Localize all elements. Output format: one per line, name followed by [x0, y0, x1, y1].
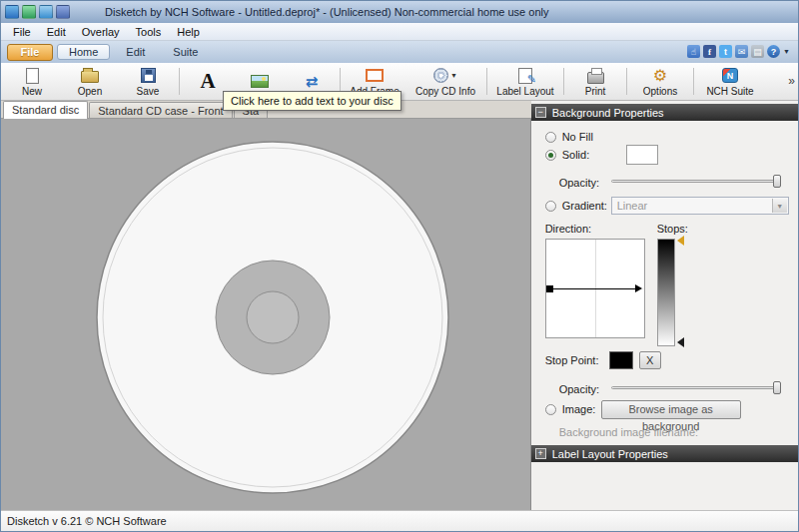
titlebar-icon-4[interactable] [56, 5, 70, 19]
opacity2-label-row: Opacity: [559, 383, 599, 395]
background-properties-header[interactable]: − Background Properties [531, 104, 798, 121]
filename-row: Background image filename: [559, 426, 698, 438]
solid-radio[interactable] [545, 150, 556, 161]
titlebar-icon-2[interactable] [22, 5, 36, 19]
nch-suite-button[interactable]: N NCH Suite [696, 64, 764, 99]
no-fill-label: No Fill [562, 131, 593, 143]
cd-disc-icon [433, 68, 448, 83]
label-layout-properties-title: Label Layout Properties [552, 448, 668, 460]
slider-thumb[interactable] [773, 175, 781, 188]
help-dropdown-icon[interactable]: ▼ [783, 48, 790, 55]
label-layout-button[interactable]: ✎ Label Layout [489, 64, 561, 99]
image-radio[interactable] [545, 404, 556, 415]
stop-opacity-label: Opacity: [559, 383, 599, 395]
toolbar-separator [693, 68, 694, 95]
browse-image-button[interactable]: Browse image as background [601, 400, 741, 419]
slider-track[interactable] [611, 180, 781, 183]
tooltip: Click here to add text to your disc [223, 91, 401, 111]
label-layout-properties-header[interactable]: + Label Layout Properties [531, 445, 798, 462]
image-row: Image: [545, 403, 596, 415]
open-folder-icon [81, 71, 99, 83]
menu-overlay[interactable]: Overlay [74, 24, 128, 40]
design-canvas[interactable] [1, 119, 531, 510]
menu-tools[interactable]: Tools [128, 24, 170, 40]
slider-track[interactable] [611, 386, 781, 389]
stops-label-row: Stops: [657, 223, 688, 235]
solid-label: Solid: [562, 149, 590, 161]
file-menu-button[interactable]: File [7, 44, 53, 61]
solid-row: Solid: [545, 149, 590, 161]
gradient-stops-bar[interactable] [657, 239, 675, 346]
disc-preview[interactable] [1, 119, 531, 510]
gradient-radio[interactable] [545, 201, 556, 212]
slider-thumb[interactable] [773, 381, 781, 394]
properties-panel: − Background Properties No Fill Solid: O… [531, 101, 798, 510]
titlebar: Disketch by NCH Software - Untitled.depr… [1, 1, 798, 23]
save-floppy-icon [141, 68, 156, 83]
no-fill-radio[interactable] [545, 132, 556, 143]
gradient-stop-marker-bottom[interactable] [677, 337, 684, 347]
direction-label-row: Direction: [545, 223, 591, 235]
solid-opacity-slider[interactable] [611, 175, 781, 188]
gradient-row: Gradient: [545, 200, 607, 212]
app-window: Disketch by NCH Software - Untitled.depr… [0, 0, 799, 532]
no-fill-row: No Fill [545, 131, 593, 143]
label-layout-icon: ✎ [518, 68, 532, 84]
collapse-icon[interactable]: − [535, 107, 546, 118]
options-button[interactable]: ⚙ Options [629, 64, 691, 99]
new-document-icon [26, 68, 39, 84]
twitter-icon[interactable]: t [719, 45, 732, 58]
social-links: ☝ f t ✉ ▤ ? ▼ [687, 45, 790, 58]
menu-file[interactable]: File [5, 24, 39, 40]
menubar: File Edit Overlay Tools Help [1, 23, 798, 41]
swap-arrows-icon: ⇄ [306, 74, 319, 89]
expand-icon[interactable]: + [535, 448, 546, 459]
gradient-stop-marker-top[interactable] [677, 236, 684, 246]
email-icon[interactable]: ✉ [735, 45, 748, 58]
statusbar-text: Disketch v 6.21 © NCH Software [7, 515, 167, 527]
doc-tab-cd-case-front[interactable]: Standard CD case - Front [89, 102, 232, 118]
solid-color-swatch[interactable] [626, 145, 658, 165]
gradient-label: Gradient: [562, 200, 607, 212]
delete-stop-button[interactable]: X [639, 351, 661, 369]
printer-icon [587, 72, 604, 84]
new-button[interactable]: New [3, 64, 61, 99]
stop-opacity-slider[interactable] [611, 381, 781, 394]
gradient-type-select[interactable]: Linear ▼ [611, 197, 789, 215]
titlebar-icon-3[interactable] [39, 5, 53, 19]
tab-home[interactable]: Home [57, 44, 110, 60]
copy-cd-info-button[interactable]: ▼ Copy CD Info [406, 64, 484, 99]
help-icon[interactable]: ? [767, 45, 780, 58]
menu-edit[interactable]: Edit [39, 24, 74, 40]
print-share-icon[interactable]: ▤ [751, 45, 764, 58]
background-filename-label: Background image filename: [559, 426, 698, 438]
opacity-label-row: Opacity: [559, 177, 599, 189]
gradient-direction-widget[interactable] [545, 239, 645, 338]
menu-help[interactable]: Help [169, 24, 208, 40]
doc-tab-standard-disc[interactable]: Standard disc [3, 101, 88, 119]
frame-icon [366, 69, 384, 82]
add-text-icon: A [200, 72, 215, 91]
save-button[interactable]: Save [119, 64, 177, 99]
copy-cd-dropdown-icon[interactable]: ▼ [450, 72, 457, 79]
tab-edit[interactable]: Edit [114, 44, 157, 60]
like-icon[interactable]: ☝ [687, 45, 700, 58]
stop-color-swatch[interactable] [609, 351, 633, 369]
content-area: Standard disc Standard CD case - Front S… [1, 101, 798, 510]
direction-handle[interactable] [546, 285, 553, 292]
facebook-icon[interactable]: f [703, 45, 716, 58]
toolbar-separator [626, 68, 627, 95]
tab-suite[interactable]: Suite [161, 44, 210, 60]
options-tools-icon: ⚙ [653, 67, 667, 84]
ribbon-tab-row: File Home Edit Suite ☝ f t ✉ ▤ ? ▼ [1, 41, 798, 63]
toolbar-overflow-button[interactable]: » [788, 74, 795, 88]
open-button[interactable]: Open [61, 64, 119, 99]
pencil-icon: ✎ [527, 73, 536, 86]
editor-column: Standard disc Standard CD case - Front S… [1, 101, 531, 510]
print-button[interactable]: Print [566, 64, 624, 99]
select-dropdown-icon[interactable]: ▼ [772, 199, 787, 213]
app-icon[interactable] [5, 5, 19, 19]
gradient-type-value: Linear [617, 200, 648, 212]
stops-label: Stops: [657, 223, 688, 235]
add-image-icon [251, 75, 269, 88]
